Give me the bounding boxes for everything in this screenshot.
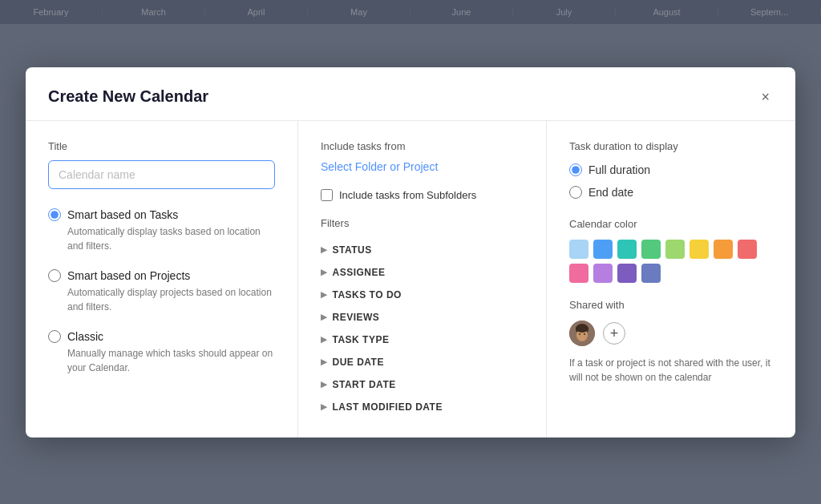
filter-reviews[interactable]: ▶ REVIEWS <box>321 306 524 329</box>
duration-options: Full duration End date <box>569 163 773 199</box>
close-button[interactable]: × <box>758 87 773 107</box>
filter-assignee-label: ASSIGNEE <box>333 267 386 278</box>
filter-due-date-arrow: ▶ <box>321 357 328 366</box>
duration-full[interactable]: Full duration <box>569 163 773 176</box>
radio-full-duration[interactable] <box>569 163 582 176</box>
filter-due-date-label: DUE DATE <box>333 357 384 368</box>
shared-with-row: + <box>569 321 773 346</box>
color-swatch-6[interactable] <box>714 240 733 259</box>
shared-note: If a task or project is not shared with … <box>569 356 773 385</box>
calendar-color-label: Calendar color <box>569 218 773 230</box>
color-swatch-8[interactable] <box>569 264 588 283</box>
filter-assignee-arrow: ▶ <box>321 268 328 276</box>
modal-header: Create New Calendar × <box>26 67 795 121</box>
radio-item-smart-projects: Smart based on Projects Automatically di… <box>48 269 275 314</box>
filter-assignee[interactable]: ▶ ASSIGNEE <box>321 261 524 284</box>
filters-label: Filters <box>321 217 524 229</box>
filter-start-date-label: START DATE <box>333 379 396 390</box>
add-user-button[interactable]: + <box>603 322 625 345</box>
color-swatch-3[interactable] <box>641 240 661 259</box>
full-duration-label: Full duration <box>588 163 650 176</box>
radio-smart-projects[interactable] <box>48 269 61 282</box>
color-swatch-5[interactable] <box>690 240 709 259</box>
include-tasks-label: Include tasks from <box>321 140 524 152</box>
include-subfolders-row: Include tasks from Subfolders <box>321 189 524 201</box>
filter-task-type-arrow: ▶ <box>321 335 328 344</box>
create-calendar-modal: Create New Calendar × Title Smart based … <box>26 67 795 437</box>
calendar-type-group: Smart based on Tasks Automatically displ… <box>48 208 275 391</box>
filter-start-date[interactable]: ▶ START DATE <box>321 373 524 396</box>
avatar-svg <box>569 321 595 346</box>
color-swatch-2[interactable] <box>617 240 637 259</box>
radio-end-date[interactable] <box>569 186 582 199</box>
radio-item-classic: Classic Manually manage which tasks shou… <box>48 330 275 375</box>
radio-classic[interactable] <box>48 330 61 343</box>
filter-tasks-to-do-arrow: ▶ <box>321 290 328 299</box>
task-duration-label: Task duration to display <box>569 140 773 152</box>
shared-with-label: Shared with <box>569 299 773 311</box>
filter-status-label: STATUS <box>333 244 372 256</box>
color-swatch-11[interactable] <box>641 264 661 283</box>
filter-status-arrow: ▶ <box>321 245 328 254</box>
color-swatch-9[interactable] <box>593 264 613 283</box>
modal-title: Create New Calendar <box>48 87 208 106</box>
filter-start-date-arrow: ▶ <box>321 380 328 389</box>
radio-smart-tasks-label: Smart based on Tasks <box>67 208 178 221</box>
radio-smart-tasks[interactable] <box>48 208 61 221</box>
end-date-label: End date <box>588 186 633 199</box>
include-subfolders-checkbox[interactable] <box>321 189 333 201</box>
color-swatch-1[interactable] <box>593 240 613 259</box>
filter-last-modified-label: LAST MODIFIED DATE <box>333 401 443 413</box>
color-swatch-0[interactable] <box>569 240 588 259</box>
duration-end[interactable]: End date <box>569 186 773 199</box>
filter-due-date[interactable]: ▶ DUE DATE <box>321 351 524 373</box>
filter-status[interactable]: ▶ STATUS <box>321 239 524 261</box>
select-folder-link[interactable]: Select Folder or Project <box>321 160 524 173</box>
title-label: Title <box>48 140 275 152</box>
svg-point-5 <box>584 333 585 335</box>
color-swatch-4[interactable] <box>665 240 685 259</box>
filter-last-modified-arrow: ▶ <box>321 402 328 411</box>
left-column: Title Smart based on Tasks Automatically… <box>26 121 298 437</box>
radio-smart-tasks-desc: Automatically display tasks based on loc… <box>67 224 275 253</box>
radio-classic-label: Classic <box>67 330 103 343</box>
filter-list: ▶ STATUS ▶ ASSIGNEE ▶ TASKS TO DO ▶ REVI… <box>321 239 524 418</box>
svg-point-3 <box>576 325 588 333</box>
filter-task-type[interactable]: ▶ TASK TYPE <box>321 329 524 351</box>
radio-smart-projects-desc: Automatically display projects based on … <box>67 285 275 314</box>
color-swatch-10[interactable] <box>617 264 637 283</box>
filter-reviews-label: REVIEWS <box>333 312 380 323</box>
right-column: Task duration to display Full duration E… <box>547 121 795 437</box>
filter-task-type-label: TASK TYPE <box>333 334 390 345</box>
filter-last-modified[interactable]: ▶ LAST MODIFIED DATE <box>321 396 524 418</box>
radio-classic-desc: Manually manage which tasks should appea… <box>67 346 275 375</box>
middle-column: Include tasks from Select Folder or Proj… <box>298 121 547 437</box>
color-swatch-7[interactable] <box>738 240 757 259</box>
calendar-name-input[interactable] <box>48 160 275 189</box>
svg-point-4 <box>579 333 580 335</box>
radio-item-smart-tasks: Smart based on Tasks Automatically displ… <box>48 208 275 253</box>
radio-smart-projects-label: Smart based on Projects <box>67 269 190 282</box>
filter-tasks-to-do[interactable]: ▶ TASKS TO DO <box>321 284 524 306</box>
modal-body: Title Smart based on Tasks Automatically… <box>26 121 795 437</box>
color-grid <box>569 240 773 283</box>
avatar <box>569 321 595 346</box>
filter-reviews-arrow: ▶ <box>321 312 328 321</box>
include-subfolders-label: Include tasks from Subfolders <box>339 189 476 201</box>
filter-tasks-to-do-label: TASKS TO DO <box>333 289 402 300</box>
